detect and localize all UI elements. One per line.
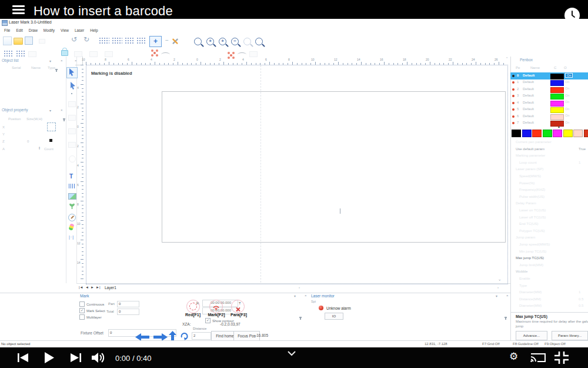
param-row[interactable]: Polygon TC(US): [510, 228, 588, 235]
param-row[interactable]: Frequency(KHZ): [510, 187, 588, 194]
fullscreen-icon[interactable]: [553, 350, 570, 365]
undo-icon[interactable]: ↺: [71, 35, 77, 44]
barcode-tool[interactable]: [69, 184, 75, 188]
next-layer-icon[interactable]: ►: [91, 286, 94, 289]
advance-button[interactable]: Advance...: [516, 331, 547, 340]
chevron-down-icon[interactable]: [287, 351, 296, 356]
zoom-tool-icon[interactable]: [194, 38, 202, 45]
pin-icon[interactable]: [505, 317, 506, 320]
settings-gear-icon[interactable]: ⚙: [509, 350, 518, 363]
param-row[interactable]: Pulse width(US): [510, 194, 588, 201]
dock-menu-icon[interactable]: ▾: [49, 109, 51, 112]
palette-swatch[interactable]: [512, 130, 521, 137]
param-row[interactable]: Delay Param: [510, 201, 588, 207]
image-tool[interactable]: [68, 193, 76, 200]
menu-laser[interactable]: Laser: [75, 28, 84, 32]
red-f1-button[interactable]: Red[F1]: [180, 313, 206, 317]
expand-triangle-icon[interactable]: ▲: [557, 125, 560, 128]
pen-row[interactable]: 7DefaultOn: [510, 120, 588, 127]
zoom-in-tool-icon[interactable]: +: [219, 38, 226, 45]
pin-icon[interactable]: [56, 69, 57, 72]
pen-row[interactable]: 1DefaultOn: [510, 79, 588, 87]
param-row[interactable]: Laser on TC(US): [510, 208, 588, 214]
zoom-out-tool-icon[interactable]: −: [231, 38, 239, 45]
spinner-icon[interactable]: [39, 146, 40, 150]
palette-swatch[interactable]: [563, 130, 573, 137]
pen-row[interactable]: 5DefaultOn: [510, 107, 588, 114]
first-layer-icon[interactable]: |◄: [79, 286, 83, 289]
tab-scroll-left-icon[interactable]: ‹: [299, 286, 300, 289]
mark-checkbox-multilayer[interactable]: Multilayer: [79, 311, 121, 317]
mark-run-icon[interactable]: [209, 300, 223, 313]
anchor-point-icon[interactable]: [49, 139, 52, 142]
param-row[interactable]: Distance(MM)0.5: [510, 297, 588, 303]
palette-swatch[interactable]: [553, 130, 562, 137]
prev-layer-icon[interactable]: ◄: [85, 286, 89, 289]
pen-row[interactable]: 2DefaultOn: [510, 86, 588, 93]
distance-input[interactable]: 2: [192, 332, 211, 340]
param-tools-icon[interactable]: [231, 300, 245, 313]
point-tool[interactable]: [71, 93, 72, 94]
plant-vector-tool[interactable]: [69, 203, 75, 210]
param-row[interactable]: End TC(US): [510, 221, 588, 228]
aspect-lock-icon[interactable]: [47, 122, 56, 131]
para-f3-button[interactable]: Para[F3]: [226, 313, 252, 317]
menu-edit[interactable]: Edit: [16, 28, 22, 32]
pen-row[interactable]: 6DefaultOn: [510, 113, 588, 120]
circle-tool[interactable]: [68, 142, 76, 148]
pen-row[interactable]: 0DefaultOn: [510, 72, 588, 79]
param-row[interactable]: Wobble: [510, 269, 588, 276]
param-library-button[interactable]: Param library...: [552, 331, 588, 340]
param-row[interactable]: Type: [510, 283, 588, 290]
menu-view[interactable]: View: [61, 28, 69, 32]
watch-later-clock-icon[interactable]: [564, 7, 580, 24]
array-tool-icon[interactable]: [99, 37, 109, 45]
save-file-icon[interactable]: [25, 37, 33, 45]
curve-icon[interactable]: [238, 52, 246, 57]
pen-row[interactable]: 3DefaultOn: [510, 93, 588, 100]
zoom-in-tool-icon[interactable]: +: [206, 38, 214, 45]
close-icon[interactable]: ×: [305, 294, 307, 297]
dock-menu-icon[interactable]: ▾: [496, 294, 497, 298]
pen-row[interactable]: 4DefaultOn: [510, 100, 588, 107]
param-row[interactable]: Jump limit(MM): [510, 263, 588, 269]
dock-menu-icon[interactable]: ▾: [294, 294, 296, 298]
pin-icon[interactable]: [300, 317, 301, 320]
scroll-down-icon[interactable]: ˅: [499, 279, 501, 282]
dock-menu-icon[interactable]: ▾: [49, 59, 51, 63]
print-icon[interactable]: [39, 39, 45, 44]
tab-scroll-right-icon[interactable]: ›: [497, 286, 499, 289]
line-tool[interactable]: [68, 101, 76, 107]
curve-icon[interactable]: [161, 52, 170, 57]
palette-swatch[interactable]: [532, 130, 542, 137]
zoom-in-button[interactable]: +: [149, 36, 162, 47]
pin-icon[interactable]: [64, 118, 65, 121]
menu-help[interactable]: Help: [90, 28, 98, 32]
param-row[interactable]: Laser off TC(US): [510, 215, 588, 221]
red-light-icon[interactable]: [186, 300, 200, 313]
snap-icon[interactable]: [28, 51, 36, 57]
next-button[interactable]: [71, 353, 81, 362]
rect-tool[interactable]: [68, 128, 76, 134]
cursor-edit-tool[interactable]: [68, 81, 77, 90]
array-tool-icon[interactable]: [136, 37, 146, 45]
node-tool-icon[interactable]: [16, 50, 25, 57]
play-button[interactable]: [45, 352, 54, 363]
total-input[interactable]: 0: [117, 309, 139, 315]
select-tool-icon[interactable]: [4, 50, 13, 57]
rotate-mark-icon[interactable]: [153, 52, 156, 54]
param-row[interactable]: Jump speed(MM/S): [510, 242, 588, 248]
param-row[interactable]: Jump param: [510, 235, 588, 241]
dimension-tool[interactable]: |·|: [69, 235, 74, 239]
color-fill-tool[interactable]: [68, 223, 74, 231]
palette-swatch[interactable]: [543, 130, 552, 137]
array-tool-icon[interactable]: [112, 37, 122, 45]
close-icon[interactable]: ×: [61, 59, 63, 62]
param-row[interactable]: Min jump TC(US): [510, 249, 588, 256]
rotate-icon[interactable]: [179, 331, 189, 340]
zoom-out-button[interactable]: −: [165, 37, 169, 44]
close-icon[interactable]: ×: [61, 108, 63, 112]
param-row[interactable]: Use default paramTrue: [510, 147, 588, 153]
param-row[interactable]: Laser param (SP): [510, 167, 588, 173]
io-button[interactable]: IO: [325, 313, 343, 320]
